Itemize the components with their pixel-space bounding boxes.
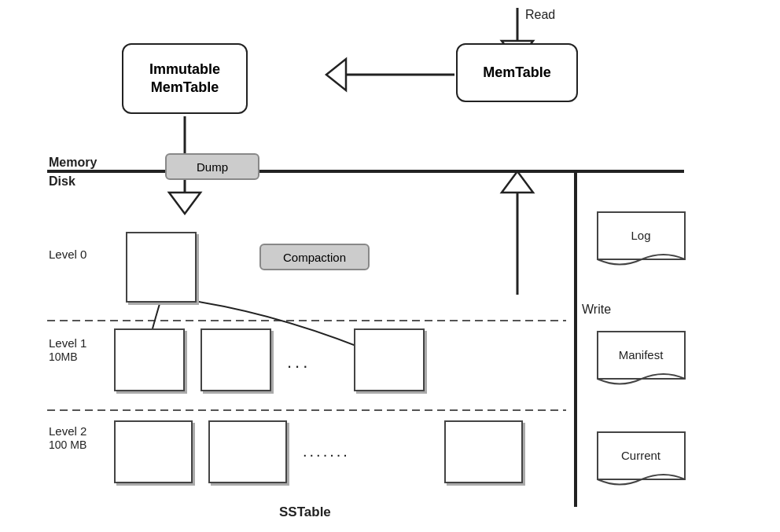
svg-text:Manifest: Manifest <box>619 348 664 361</box>
level1-label: Level 1 10MB <box>49 336 86 363</box>
ellipsis-l1: ... <box>287 352 311 372</box>
diagram: Immutable MemTable MemTable Dump Compact… <box>0 0 780 532</box>
compaction-label: Compaction <box>283 251 346 264</box>
memtable-label: MemTable <box>483 64 551 81</box>
current-box-svg: Current <box>596 431 686 490</box>
immutable-memtable-label: Immutable MemTable <box>149 61 220 97</box>
sstable-box-l1-1 <box>114 328 185 391</box>
sstable-box-l1-3 <box>354 328 425 391</box>
immutable-memtable-box: Immutable MemTable <box>122 43 248 114</box>
svg-text:Current: Current <box>621 449 661 462</box>
ellipsis-l2: ....... <box>303 442 350 460</box>
write-label: Write <box>582 303 611 317</box>
sstable-label: SSTable <box>279 504 331 520</box>
memtable-box: MemTable <box>456 43 578 102</box>
sstable-box-l1-2 <box>201 328 271 391</box>
sstable-box-l2-3 <box>444 420 523 483</box>
svg-marker-9 <box>326 59 346 90</box>
level0-label: Level 0 <box>49 248 86 261</box>
memory-label: Memory <box>49 156 97 170</box>
sstable-box-l2-2 <box>208 420 287 483</box>
log-box-svg: Log <box>596 211 686 270</box>
manifest-box-svg: Manifest <box>596 330 686 389</box>
compaction-box: Compaction <box>259 244 370 270</box>
dump-box: Dump <box>165 153 259 180</box>
svg-marker-11 <box>502 171 533 193</box>
read-label: Read <box>525 8 555 22</box>
sstable-box-l0 <box>126 232 197 303</box>
svg-marker-7 <box>169 193 201 214</box>
disk-label: Disk <box>49 174 75 189</box>
level2-label: Level 2 100 MB <box>49 424 86 451</box>
sstable-box-l2-1 <box>114 420 193 483</box>
dump-label: Dump <box>197 160 228 174</box>
svg-text:Log: Log <box>631 229 650 242</box>
